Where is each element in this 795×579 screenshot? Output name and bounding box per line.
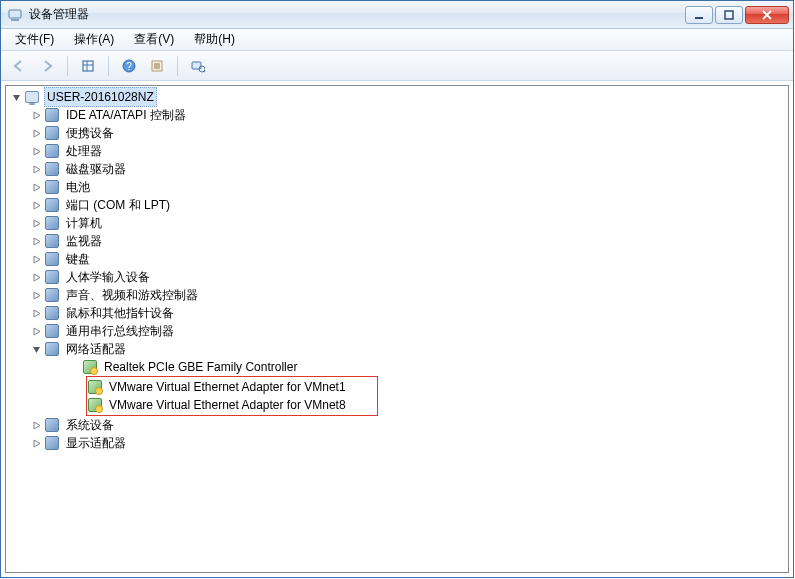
menu-action[interactable]: 操作(A) [64,29,124,50]
app-icon [7,7,23,23]
expand-icon[interactable] [30,127,42,139]
expand-icon[interactable] [30,181,42,193]
titlebar: 设备管理器 [1,1,793,29]
tree-category-node[interactable]: 电池 [10,178,788,196]
maximize-button[interactable] [715,6,743,24]
tree-category-label: 网络适配器 [64,340,128,358]
scan-button[interactable] [186,55,210,77]
device-tree[interactable]: USER-20161028NZ IDE ATA/ATAPI 控制器便携设备处理器… [5,85,789,573]
tree-device-label: Realtek PCIe GBE Family Controller [102,358,299,376]
show-hidden-button[interactable] [76,55,100,77]
menubar: 文件(F) 操作(A) 查看(V) 帮助(H) [1,29,793,51]
minimize-button[interactable] [685,6,713,24]
device-manager-window: 设备管理器 文件(F) 操作(A) 查看(V) 帮助(H) [0,0,794,578]
expand-icon[interactable] [30,289,42,301]
close-button[interactable] [745,6,789,24]
help-button[interactable]: ? [117,55,141,77]
tree-device-label: VMware Virtual Ethernet Adapter for VMne… [107,396,348,414]
toolbar-separator [108,56,109,76]
toolbar-separator [177,56,178,76]
menu-view[interactable]: 查看(V) [124,29,184,50]
highlighted-adapters-box: VMware Virtual Ethernet Adapter for VMne… [86,376,378,416]
svg-rect-3 [725,11,733,19]
tree-category-label: 通用串行总线控制器 [64,322,176,340]
device-category-icon [44,107,60,123]
tree-category-node[interactable]: 处理器 [10,142,788,160]
expand-icon[interactable] [30,271,42,283]
svg-rect-4 [83,61,93,71]
tree-category-node[interactable]: 系统设备 [10,416,788,434]
tree-root-label: USER-20161028NZ [44,87,157,107]
expand-icon[interactable] [30,217,42,229]
svg-text:?: ? [126,61,132,72]
tree-category-label: 处理器 [64,142,104,160]
expand-icon[interactable] [30,437,42,449]
collapse-icon[interactable] [10,91,22,103]
network-adapter-icon [87,397,103,413]
svg-line-15 [204,71,205,72]
device-category-icon [44,197,60,213]
device-category-icon [44,179,60,195]
tree-category-node[interactable]: 端口 (COM 和 LPT) [10,196,788,214]
tree-category-label: 计算机 [64,214,104,232]
tree-category-node[interactable]: 显示适配器 [10,434,788,452]
expand-icon[interactable] [30,235,42,247]
tree-category-label: 电池 [64,178,92,196]
expand-icon[interactable] [30,145,42,157]
back-button[interactable] [7,55,31,77]
tree-category-node[interactable]: 通用串行总线控制器 [10,322,788,340]
menu-file[interactable]: 文件(F) [5,29,64,50]
tree-category-label: 显示适配器 [64,434,128,452]
expand-icon[interactable] [30,253,42,265]
expand-icon[interactable] [30,325,42,337]
computer-icon [24,89,40,105]
tree-category-label: 便携设备 [64,124,116,142]
content-area: USER-20161028NZ IDE ATA/ATAPI 控制器便携设备处理器… [1,81,793,577]
expand-icon[interactable] [30,163,42,175]
tree-category-node[interactable]: 键盘 [10,250,788,268]
expand-icon[interactable] [30,109,42,121]
device-category-icon [44,287,60,303]
expand-icon[interactable] [30,307,42,319]
device-category-icon [44,417,60,433]
device-category-icon [44,125,60,141]
tree-device-node[interactable]: Realtek PCIe GBE Family Controller [10,358,788,376]
menu-help[interactable]: 帮助(H) [184,29,245,50]
expand-icon[interactable] [30,419,42,431]
device-category-icon [44,269,60,285]
tree-device-label: VMware Virtual Ethernet Adapter for VMne… [107,378,348,396]
tree-category-label: 键盘 [64,250,92,268]
window-controls [685,6,789,24]
svg-rect-0 [9,10,21,18]
leaf-spacer [68,361,80,373]
device-category-icon [44,215,60,231]
collapse-icon[interactable] [30,343,42,355]
tree-category-node[interactable]: 人体学输入设备 [10,268,788,286]
forward-button[interactable] [35,55,59,77]
tree-category-label: 系统设备 [64,416,116,434]
tree-category-node[interactable]: 鼠标和其他指针设备 [10,304,788,322]
tree-category-node[interactable]: 监视器 [10,232,788,250]
window-title: 设备管理器 [29,6,685,23]
device-category-icon [44,233,60,249]
tree-category-node[interactable]: IDE ATA/ATAPI 控制器 [10,106,788,124]
tree-category-node[interactable]: 磁盘驱动器 [10,160,788,178]
device-category-icon [44,305,60,321]
tree-category-label: 声音、视频和游戏控制器 [64,286,200,304]
tree-category-label: 人体学输入设备 [64,268,152,286]
toolbar: ? [1,51,793,81]
device-category-icon [44,435,60,451]
tree-category-label: 监视器 [64,232,104,250]
tree-device-node[interactable]: VMware Virtual Ethernet Adapter for VMne… [87,378,377,396]
tree-category-node[interactable]: 计算机 [10,214,788,232]
tree-category-label: 鼠标和其他指针设备 [64,304,176,322]
tree-category-node[interactable]: 声音、视频和游戏控制器 [10,286,788,304]
expand-icon[interactable] [30,199,42,211]
svg-rect-1 [11,19,19,21]
tree-category-label: 端口 (COM 和 LPT) [64,196,172,214]
tree-category-node[interactable]: 便携设备 [10,124,788,142]
tree-device-node[interactable]: VMware Virtual Ethernet Adapter for VMne… [87,396,377,414]
tree-root-node[interactable]: USER-20161028NZ IDE ATA/ATAPI 控制器便携设备处理器… [8,88,788,452]
properties-button[interactable] [145,55,169,77]
tree-category-node[interactable]: 网络适配器Realtek PCIe GBE Family ControllerV… [10,340,788,416]
